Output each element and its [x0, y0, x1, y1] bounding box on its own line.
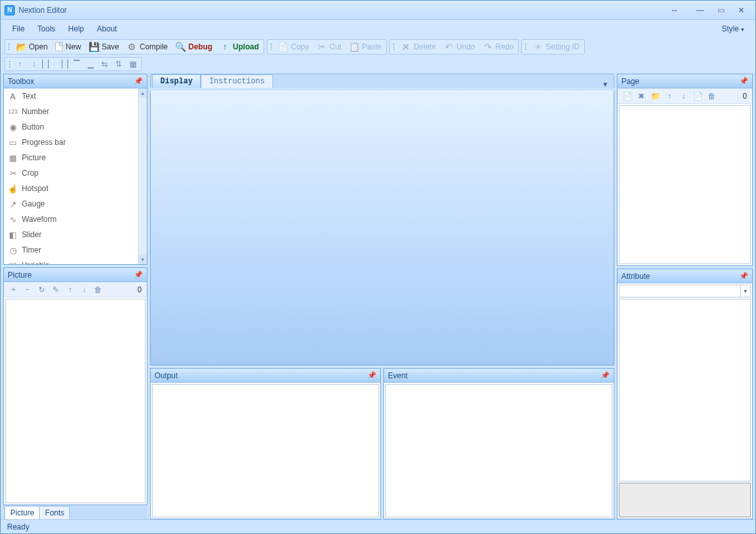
menubar: File Tools Help About Style▼ [1, 20, 755, 38]
new-button[interactable]: New [51, 41, 85, 53]
tool-hotspot[interactable]: ☝Hotspot [4, 181, 138, 196]
attribute-panel: Attribute 📌 ▼ [617, 269, 753, 519]
open-button[interactable]: 📂Open [12, 40, 51, 53]
delete-icon: ✕ [401, 42, 411, 52]
toolbar-group-edit: 📄Copy ✂Cut 📋Paste [267, 39, 387, 54]
align-right-button[interactable]: ▕▕ [55, 58, 69, 71]
cut-button[interactable]: ✂Cut [313, 40, 346, 53]
number-icon: 123 [8, 106, 18, 117]
resize-handle-icon[interactable]: ↔ [666, 4, 684, 16]
picture-up-button[interactable]: ↑ [63, 283, 77, 296]
output-text[interactable] [152, 384, 379, 517]
grid-button[interactable]: ▦ [126, 58, 140, 71]
tool-timer[interactable]: ◷Timer [4, 242, 138, 258]
page-up-button[interactable]: ↑ [662, 90, 676, 103]
remove-page-button[interactable]: ✖ [634, 90, 648, 103]
pin-icon[interactable]: 📌 [601, 371, 610, 380]
tool-text[interactable]: AText [4, 88, 138, 104]
right-column: Page 📌 📄 ✖ 📁 ↑ ↓ 📄 🗑 0 Attribute [617, 74, 753, 519]
paste-button[interactable]: 📋Paste [345, 40, 385, 53]
align-center-v-button[interactable]: ⇅ [112, 58, 126, 71]
tool-waveform[interactable]: ∿Waveform [4, 212, 138, 227]
align-toolbar: ↑ ↓ ▏▏ ▕▕ ▔ ▁ ⇆ ⇅ ▦ [1, 56, 755, 72]
copy-button[interactable]: 📄Copy [274, 40, 313, 53]
refresh-picture-button[interactable]: ↻ [35, 283, 49, 296]
tool-variable[interactable]: (X)Variable [4, 258, 138, 264]
pin-icon[interactable]: 📌 [739, 272, 748, 280]
attribute-grid[interactable] [619, 299, 751, 481]
send-backward-button[interactable]: ↓ [27, 58, 41, 71]
delete-picture-button[interactable]: 🗑 [91, 283, 105, 296]
add-page-button[interactable]: 📄 [620, 90, 634, 103]
page-list[interactable] [619, 105, 751, 264]
copy-icon: 📄 [278, 42, 289, 52]
toolbar-group-settings: ☀Setting ID [521, 39, 585, 54]
remove-picture-button[interactable]: － [21, 283, 35, 296]
save-button[interactable]: 💾Save [85, 40, 122, 53]
pin-icon[interactable]: 📌 [134, 271, 143, 279]
tool-picture[interactable]: ▦Picture [4, 150, 138, 165]
timer-icon: ◷ [8, 245, 18, 255]
menu-about[interactable]: About [90, 22, 123, 36]
maximize-button[interactable]: ▭ [712, 4, 730, 16]
attribute-object-select[interactable]: ▼ [619, 285, 751, 297]
tool-progressbar[interactable]: ▭Progress bar [4, 135, 138, 150]
pin-icon[interactable]: 📌 [134, 77, 143, 85]
import-page-button[interactable]: 📁 [648, 90, 662, 103]
setting-id-button[interactable]: ☀Setting ID [529, 40, 584, 53]
event-title: Event [388, 371, 408, 380]
picture-list[interactable] [5, 299, 146, 503]
picture-panel-wrap: Picture 📌 ＋ － ↻ ✎ ↑ ↓ 🗑 0 [3, 267, 147, 519]
scroll-up-icon[interactable]: ▲ [139, 88, 147, 97]
compile-icon: ⚙ [127, 42, 137, 52]
align-top-button[interactable]: ▔ [69, 58, 83, 71]
tool-button[interactable]: ◉Button [4, 119, 138, 135]
pin-icon[interactable]: 📌 [739, 77, 748, 85]
delete-page-button[interactable]: 🗑 [705, 90, 719, 103]
menu-help[interactable]: Help [62, 22, 90, 36]
tab-dropdown[interactable]: ▼ [597, 81, 614, 88]
delete-button[interactable]: ✕Delete [397, 40, 440, 53]
tab-display[interactable]: Display [152, 74, 201, 88]
align-bottom-button[interactable]: ▁ [83, 58, 97, 71]
tool-crop[interactable]: ✂Crop [4, 165, 138, 181]
upload-button[interactable]: ↑Upload [216, 40, 263, 53]
display-canvas[interactable] [150, 90, 614, 365]
bring-forward-button[interactable]: ↑ [13, 58, 27, 71]
tab-fonts[interactable]: Fonts [39, 506, 70, 519]
copy-page-button[interactable]: 📄 [691, 90, 705, 103]
crop-icon: ✂ [8, 168, 18, 178]
close-button[interactable]: ✕ [732, 4, 750, 16]
toolbox-scrollbar[interactable]: ▲ ▼ [138, 88, 147, 264]
align-left-button[interactable]: ▏▏ [41, 58, 55, 71]
tool-gauge[interactable]: ↗Gauge [4, 196, 138, 212]
style-dropdown[interactable]: Style▼ [716, 22, 750, 36]
new-file-icon [55, 42, 63, 51]
tab-picture[interactable]: Picture [4, 506, 40, 519]
tool-slider[interactable]: ◧Slider [4, 227, 138, 242]
compile-button[interactable]: ⚙Compile [123, 40, 172, 53]
menu-file[interactable]: File [6, 22, 31, 36]
tool-number[interactable]: 123Number [4, 104, 138, 119]
pin-icon[interactable]: 📌 [367, 371, 376, 380]
undo-button[interactable]: ↶Undo [440, 40, 479, 53]
bottom-panels: Output 📌 Event 📌 [150, 368, 614, 519]
chevron-down-icon[interactable]: ▼ [740, 285, 750, 297]
left-column: Toolbox 📌 AText 123Number ◉Button ▭Progr… [3, 74, 147, 519]
event-text[interactable] [385, 384, 612, 517]
tab-instructions[interactable]: Instructions [201, 74, 273, 88]
picture-down-button[interactable]: ↓ [77, 283, 91, 296]
align-center-h-button[interactable]: ⇆ [97, 58, 112, 71]
minimize-button[interactable]: — [691, 4, 709, 16]
redo-button[interactable]: ↷Redo [479, 40, 518, 53]
debug-button[interactable]: 🔍Debug [172, 40, 216, 53]
attribute-title: Attribute [621, 272, 650, 281]
edit-picture-button[interactable]: ✎ [49, 283, 63, 296]
menu-tools[interactable]: Tools [31, 22, 62, 36]
page-down-button[interactable]: ↓ [676, 90, 691, 103]
add-picture-button[interactable]: ＋ [6, 283, 21, 296]
gauge-icon: ↗ [8, 199, 18, 209]
middle-column: Display Instructions ▼ Output 📌 Event [150, 74, 614, 519]
scroll-down-icon[interactable]: ▼ [139, 255, 147, 264]
picture-count: 0 [137, 285, 144, 294]
